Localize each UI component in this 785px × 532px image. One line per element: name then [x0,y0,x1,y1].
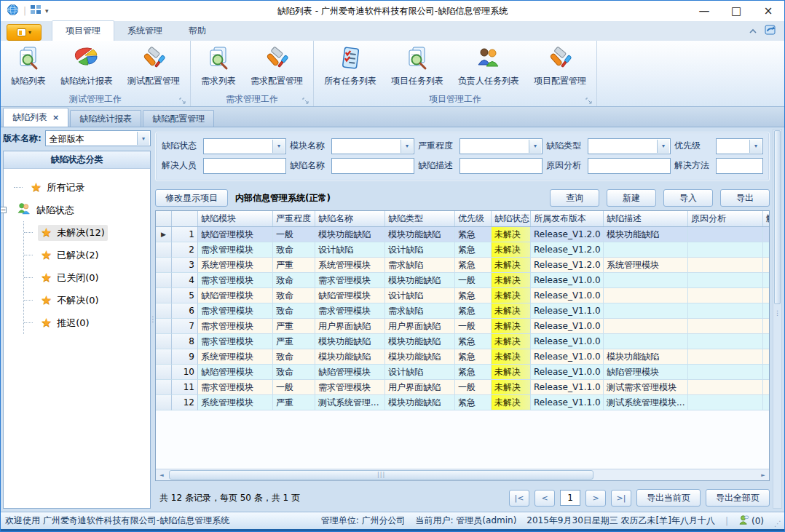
resize-grip[interactable]: ⋰ [774,519,781,529]
next-page-button[interactable]: > [585,490,606,507]
dialog-launcher-icon[interactable] [179,98,186,104]
collapse-ribbon-icon[interactable] [749,26,757,36]
filter-select[interactable]: ▾ [203,138,286,154]
prev-page-button[interactable]: < [534,490,555,507]
grid-column-header[interactable]: 缺陷模块 [198,211,273,226]
chevron-down-icon[interactable]: ▾ [401,140,413,153]
tree-item[interactable]: ★已解决(2) [24,244,149,266]
doc-tab[interactable]: 缺陷统计报表 [70,110,141,127]
table-row[interactable]: 6需求管理模块致命需求管理模块需求缺陷紧急未解决Release_V1.1.0 [156,303,769,319]
maximize-button[interactable]: □ [720,1,752,21]
last-page-button[interactable]: >| [611,490,631,507]
quick-access-layout-icon[interactable] [31,5,41,17]
scroll-left-icon[interactable]: ◄ [156,472,167,478]
table-row[interactable]: 8需求管理模块严重模块功能缺陷模块功能缺陷紧急未解决Release_V1.0.0 [156,334,769,349]
vscroll-thumb[interactable] [774,130,781,304]
hscroll-thumb[interactable]: ||| [169,470,593,480]
filter-select[interactable]: ▾ [588,138,671,154]
grid-column-header[interactable]: 所属发布版本 [531,211,604,226]
ribbon-button[interactable]: 负责人任务列表 [451,42,526,91]
tree-item-content[interactable]: ★已关闭(0) [38,270,102,286]
tree-item[interactable]: ★已关闭(0) [24,266,149,289]
tree-item[interactable]: ★不解决(0) [24,289,149,311]
horizontal-scrollbar[interactable]: ◄ ||| ► [156,469,769,480]
chevron-down-icon[interactable]: ▾ [657,140,669,153]
scroll-right-icon[interactable]: ► [757,472,769,478]
modify-columns-button[interactable]: 修改显示项目 [155,189,228,207]
new-button[interactable]: 新建 [607,189,656,207]
tree-item-content[interactable]: ★不解决(0) [38,293,102,309]
ribbon-tab-system[interactable]: 系统管理 [114,21,175,41]
expander-minus-icon[interactable]: − [0,207,7,213]
import-button[interactable]: 导入 [663,189,713,207]
chevron-down-icon[interactable]: ▾ [137,132,149,145]
table-row[interactable]: 12系统管理模块严重测试系统管理...模块功能缺陷紧急未解决Release_V1… [156,395,769,410]
hscroll-track[interactable]: ||| [167,469,757,480]
filter-select[interactable]: ▾ [716,138,763,154]
dialog-launcher-icon[interactable] [302,98,309,104]
filter-input[interactable] [459,158,543,174]
ribbon-button[interactable]: 缺陷列表 [4,42,53,91]
table-row[interactable]: 5缺陷管理模块致命缺陷管理模块设计缺陷紧急未解决Release_V1.0.0 [156,288,769,303]
version-select[interactable]: 全部版本 ▾ [45,130,151,146]
tree-item-content[interactable]: 缺陷状态 [14,201,77,219]
export-current-page-button[interactable]: 导出当前页 [636,489,701,507]
export-all-pages-button[interactable]: 导出全部页 [706,489,770,507]
grid-column-header[interactable]: 解决方法 [763,211,770,226]
query-button[interactable]: 查询 [550,189,599,207]
table-row[interactable]: 7需求管理模块严重用户界面缺陷用户界面缺陷一般未解决Release_V1.0.0 [156,319,769,334]
ribbon-button[interactable]: 需求配置管理 [243,42,310,91]
ribbon-button[interactable]: 项目配置管理 [526,42,593,91]
table-row[interactable]: 4需求管理模块致命需求管理模块模块功能缺陷一般未解决Release_V1.0.0 [156,273,769,288]
ribbon-tab-project[interactable]: 项目管理 [52,20,114,41]
page-number-input[interactable] [560,490,580,506]
filter-input[interactable] [203,158,286,174]
grid-column-header[interactable]: 缺陷名称 [315,211,385,226]
table-row[interactable]: 10缺陷管理模块致命缺陷管理模块设计缺陷紧急未解决Release_V1.0.0缺… [156,365,769,380]
ribbon-tab-help[interactable]: 帮助 [175,21,219,41]
table-row[interactable]: 3系统管理模块严重系统管理模块需求缺陷紧急未解决Release_V1.2.0系统… [156,258,769,273]
filter-input[interactable] [716,158,763,174]
chevron-down-icon[interactable]: ▾ [529,140,541,153]
tree-item-content[interactable]: ★所有记录 [28,180,87,196]
filter-input[interactable] [331,158,414,174]
tree-item-content[interactable]: ★推迟(0) [38,315,92,331]
grid-column-header[interactable]: 优先级 [455,211,492,226]
doc-tab[interactable]: 缺陷配置管理 [143,110,214,127]
first-page-button[interactable]: |< [509,490,529,507]
style-skin-icon[interactable] [765,24,777,38]
tree-item[interactable]: ★未解决(12) [24,221,149,244]
grid-column-header[interactable]: 严重程度 [273,211,315,226]
close-button[interactable]: × [752,1,784,21]
vertical-scrollbar[interactable]: ⋮ [773,129,782,509]
quick-access-caret-icon[interactable]: ▾ [45,7,49,15]
filter-select[interactable]: ▾ [331,138,414,154]
filter-select[interactable]: ▾ [459,138,543,154]
ribbon-button[interactable]: 需求列表 [194,42,243,91]
tree-item[interactable]: ★所有记录 [14,176,149,199]
ribbon-button[interactable]: 所有任务列表 [317,42,384,91]
tree-item[interactable]: ★推迟(0) [24,311,149,334]
minimize-button[interactable]: — [688,1,720,21]
table-row[interactable]: 11需求管理模块一般需求管理模块用户界面缺陷一般未解决Release_V1.1.… [156,380,769,395]
doc-tab[interactable]: 缺陷列表× [3,108,68,127]
chevron-down-icon[interactable]: ▾ [272,140,285,153]
grid-column-header[interactable]: 原因分析 [688,211,763,226]
table-row[interactable]: 2需求管理模块致命设计缺陷设计缺陷紧急未解决Release_V1.2.0 [156,242,769,258]
grid-column-header[interactable]: 缺陷状态 [492,211,531,226]
app-menu-button[interactable]: ▾ [7,24,42,41]
grid-column-header[interactable]: 缺陷描述 [604,211,688,226]
close-tab-icon[interactable]: × [52,113,59,122]
ribbon-button[interactable]: 项目任务列表 [384,42,451,91]
ribbon-button[interactable]: 缺陷统计报表 [53,42,120,91]
tree-item-content[interactable]: ★未解决(12) [38,225,108,241]
table-row[interactable]: 9系统管理模块致命模块功能缺陷模块功能缺陷紧急未解决Release_V1.0.0… [156,349,769,365]
table-row[interactable]: ▶1缺陷管理模块一般模块功能缺陷模块功能缺陷紧急未解决Release_V1.2.… [156,227,769,242]
dialog-launcher-icon[interactable] [585,98,592,104]
ribbon-button[interactable]: 测试配置管理 [120,42,187,91]
filter-input[interactable] [588,158,671,174]
tree-item[interactable]: −缺陷状态 [14,199,149,221]
chevron-down-icon[interactable]: ▾ [749,140,762,153]
message-indicator[interactable]: (0) [738,515,764,528]
export-button[interactable]: 导出 [720,189,770,207]
